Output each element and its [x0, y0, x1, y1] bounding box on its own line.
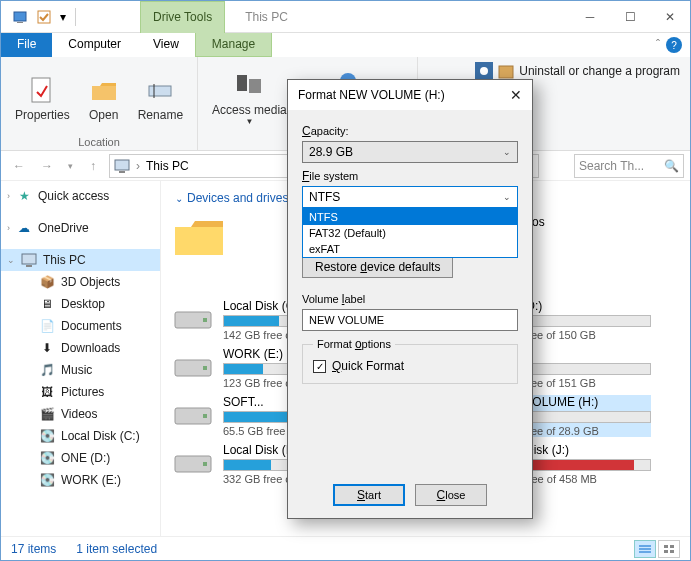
qat-checkbox[interactable] [33, 6, 55, 28]
sidebar-onedrive[interactable]: ›☁OneDrive [1, 217, 160, 239]
restore-defaults-button[interactable]: Restore device defaults [302, 256, 453, 278]
checkbox-icon: ✓ [313, 360, 326, 373]
nav-back-button[interactable]: ← [7, 154, 31, 178]
sidebar-item[interactable]: 🎵Music [1, 359, 160, 381]
svg-rect-18 [203, 318, 207, 322]
svg-rect-28 [664, 545, 668, 548]
item-icon: 🎬 [39, 406, 55, 422]
quick-access-toolbar: ▾ [1, 6, 80, 28]
format-options-group: Format options ✓ Quick Format [302, 337, 518, 384]
tab-manage[interactable]: Manage [195, 33, 272, 57]
pc-icon [21, 252, 37, 268]
qat-dropdown[interactable]: ▾ [57, 6, 69, 28]
sidebar-item[interactable]: 🖥Desktop [1, 293, 160, 315]
sidebar-item[interactable]: 🎬Videos [1, 403, 160, 425]
maximize-button[interactable]: ☐ [610, 1, 650, 33]
rename-button[interactable]: Rename [130, 61, 191, 134]
view-icons-button[interactable] [658, 540, 680, 558]
svg-rect-20 [203, 366, 207, 370]
sidebar-item-label: Desktop [61, 297, 105, 311]
sidebar-quick-access[interactable]: ›★Quick access [1, 185, 160, 207]
sidebar-item[interactable]: 💽WORK (E:) [1, 469, 160, 491]
sidebar-item[interactable]: 💽Local Disk (C:) [1, 425, 160, 447]
ribbon-tabs: File Computer View Manage ˆ ? [1, 33, 690, 57]
svg-point-11 [480, 67, 488, 75]
folder-icon [171, 215, 261, 289]
view-details-button[interactable] [634, 540, 656, 558]
sidebar-item[interactable]: 💽ONE (D:) [1, 447, 160, 469]
properties-button[interactable]: Properties [7, 61, 78, 134]
svg-rect-30 [664, 550, 668, 553]
search-icon: 🔍 [664, 159, 679, 173]
item-icon: 📄 [39, 318, 55, 334]
pc-icon [114, 158, 130, 174]
qat-icon[interactable] [9, 6, 31, 28]
window-title: This PC [245, 10, 288, 24]
dialog-close-button[interactable]: ✕ [510, 87, 522, 103]
format-dialog: Format NEW VOLUME (H:) ✕ Capacity: 28.9 … [287, 79, 533, 519]
item-icon: 💽 [39, 428, 55, 444]
gear-icon [475, 62, 493, 80]
svg-rect-0 [14, 12, 26, 21]
quick-format-checkbox[interactable]: ✓ Quick Format [313, 359, 507, 373]
nav-up-button[interactable]: ↑ [81, 154, 105, 178]
filesystem-select[interactable]: NTFS⌄ NTFS FAT32 (Default) exFAT [302, 186, 518, 208]
filesystem-dropdown: NTFS FAT32 (Default) exFAT [302, 208, 518, 258]
close-button[interactable]: ✕ [650, 1, 690, 33]
svg-rect-22 [203, 414, 207, 418]
nav-forward-button[interactable]: → [35, 154, 59, 178]
sidebar-item[interactable]: 📦3D Objects [1, 271, 160, 293]
drive-icon [171, 395, 215, 431]
drive-tools-tab[interactable]: Drive Tools [140, 1, 225, 33]
folder-item[interactable] [171, 215, 261, 289]
ribbon-expand-icon[interactable]: ˆ [656, 38, 660, 52]
search-placeholder: Search Th... [579, 159, 644, 173]
sidebar-item-label: Videos [61, 407, 97, 421]
sidebar-item[interactable]: ⬇Downloads [1, 337, 160, 359]
access-media-button[interactable]: Access media▼ [204, 61, 295, 134]
sidebar-item[interactable]: 📄Documents [1, 315, 160, 337]
sidebar-this-pc[interactable]: ⌄This PC [1, 249, 160, 271]
capacity-select[interactable]: 28.9 GB⌄ [302, 141, 518, 163]
svg-rect-4 [149, 86, 171, 96]
open-button[interactable]: Open [80, 61, 128, 134]
capacity-label: Capacity: [302, 124, 518, 138]
sidebar-item-label: Downloads [61, 341, 120, 355]
svg-rect-2 [38, 11, 50, 23]
tab-view[interactable]: View [137, 33, 195, 57]
star-icon: ★ [16, 188, 32, 204]
tab-file[interactable]: File [1, 33, 52, 57]
svg-rect-15 [22, 254, 36, 264]
svg-rect-13 [115, 160, 129, 170]
fs-option-fat32[interactable]: FAT32 (Default) [303, 225, 517, 241]
dialog-title: Format NEW VOLUME (H:) [298, 88, 445, 102]
address-path: This PC [146, 159, 189, 173]
volume-label-input[interactable] [302, 309, 518, 331]
tab-computer[interactable]: Computer [52, 33, 137, 57]
dialog-titlebar: Format NEW VOLUME (H:) ✕ [288, 80, 532, 110]
item-icon: 🖥 [39, 296, 55, 312]
sidebar-item[interactable]: 🖼Pictures [1, 381, 160, 403]
minimize-button[interactable]: ─ [570, 1, 610, 33]
svg-rect-14 [119, 171, 125, 173]
svg-rect-31 [670, 550, 674, 553]
start-button[interactable]: Start [333, 484, 405, 506]
fs-option-exfat[interactable]: exFAT [303, 241, 517, 257]
svg-rect-1 [17, 22, 23, 23]
nav-history-button[interactable]: ▾ [63, 154, 77, 178]
item-icon: 🖼 [39, 384, 55, 400]
svg-rect-6 [237, 75, 247, 91]
help-icon[interactable]: ? [666, 37, 682, 53]
search-box[interactable]: Search Th... 🔍 [574, 154, 684, 178]
sidebar-item-label: Pictures [61, 385, 104, 399]
close-button-dialog[interactable]: Close [415, 484, 487, 506]
sidebar-item-label: WORK (E:) [61, 473, 121, 487]
filesystem-label: File system [302, 169, 518, 183]
sidebar-item-label: ONE (D:) [61, 451, 110, 465]
item-icon: 💽 [39, 450, 55, 466]
fs-option-ntfs[interactable]: NTFS [303, 209, 517, 225]
titlebar: ▾ Drive Tools This PC ─ ☐ ✕ [1, 1, 690, 33]
sidebar-item-label: 3D Objects [61, 275, 120, 289]
navigation-pane: ›★Quick access ›☁OneDrive ⌄This PC 📦3D O… [1, 181, 161, 538]
status-item-count: 17 items [11, 542, 56, 556]
